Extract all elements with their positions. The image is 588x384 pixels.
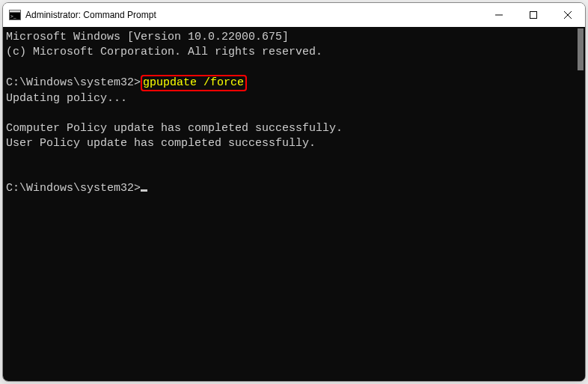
cursor: [141, 189, 147, 192]
user-policy-line: User Policy update has completed success…: [6, 137, 316, 150]
minimize-button[interactable]: [482, 3, 516, 27]
scrollbar-track[interactable]: [575, 27, 585, 381]
window-title: Administrator: Command Prompt: [25, 10, 156, 20]
copyright-line: (c) Microsoft Corporation. All rights re…: [6, 46, 322, 58]
maximize-button[interactable]: [516, 3, 551, 27]
close-button[interactable]: [551, 3, 585, 27]
updating-line: Updating policy...: [6, 92, 127, 105]
terminal-output[interactable]: Microsoft Windows [Version 10.0.22000.67…: [3, 27, 575, 381]
svg-rect-4: [530, 12, 537, 19]
prompt-path: C:\Windows\system32>: [6, 76, 141, 89]
cmd-icon: >_: [9, 9, 21, 21]
version-line: Microsoft Windows [Version 10.0.22000.67…: [6, 31, 289, 43]
computer-policy-line: Computer Policy update has completed suc…: [6, 122, 343, 135]
command-prompt-window: >_ Administrator: Command Prompt Microso…: [2, 2, 586, 382]
prompt-path-2: C:\Windows\system32>: [6, 182, 141, 195]
svg-text:>_: >_: [10, 13, 16, 19]
svg-rect-1: [10, 10, 21, 13]
highlighted-command: gpupdate /force: [141, 75, 247, 91]
titlebar[interactable]: >_ Administrator: Command Prompt: [3, 3, 585, 27]
scrollbar-thumb[interactable]: [578, 28, 584, 70]
terminal-area: Microsoft Windows [Version 10.0.22000.67…: [3, 27, 585, 381]
